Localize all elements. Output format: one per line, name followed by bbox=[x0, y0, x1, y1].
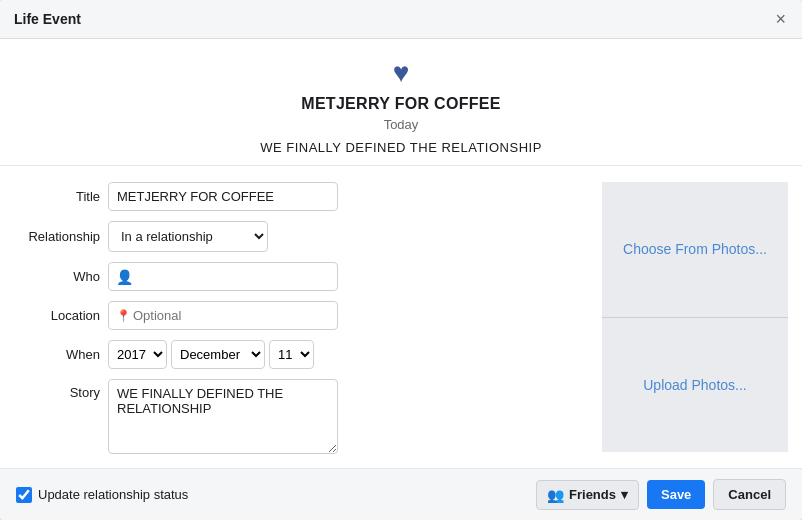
relationship-label: Relationship bbox=[20, 229, 100, 244]
location-row: Location 📍 bbox=[20, 301, 582, 330]
preview-story: WE FINALLY DEFINED THE RELATIONSHIP bbox=[20, 140, 782, 155]
dialog-header: Life Event × bbox=[0, 0, 802, 39]
dialog-body: Title Relationship In a relationship Eng… bbox=[0, 166, 802, 468]
relationship-select[interactable]: In a relationship Engaged Married In a c… bbox=[108, 221, 268, 252]
cancel-button[interactable]: Cancel bbox=[713, 479, 786, 510]
footer-right: 👥 Friends ▾ Save Cancel bbox=[536, 479, 786, 510]
story-textarea[interactable]: WE FINALLY DEFINED THE RELATIONSHIP bbox=[108, 379, 338, 454]
story-label: Story bbox=[20, 385, 100, 400]
update-status-wrap: Update relationship status bbox=[16, 487, 188, 503]
when-group: 2017 2016 2018 January February March Ap… bbox=[108, 340, 314, 369]
pin-icon: 📍 bbox=[116, 309, 131, 323]
who-row: Who 👤 bbox=[20, 262, 582, 291]
location-input-wrap: 📍 bbox=[108, 301, 338, 330]
title-input[interactable] bbox=[108, 182, 338, 211]
when-row: When 2017 2016 2018 January February Mar… bbox=[20, 340, 582, 369]
footer-left: Update relationship status bbox=[16, 487, 188, 503]
title-row: Title bbox=[20, 182, 582, 211]
chevron-down-icon: ▾ bbox=[621, 487, 628, 502]
preview-date: Today bbox=[20, 117, 782, 132]
choose-photos-button[interactable]: Choose From Photos... bbox=[602, 182, 788, 318]
person-icon: 👤 bbox=[116, 269, 133, 285]
heart-icon: ♥ bbox=[20, 57, 782, 89]
save-button[interactable]: Save bbox=[647, 480, 705, 509]
day-select[interactable]: 11 bbox=[269, 340, 314, 369]
year-select[interactable]: 2017 2016 2018 bbox=[108, 340, 167, 369]
upload-photos-button[interactable]: Upload Photos... bbox=[602, 318, 788, 453]
close-button[interactable]: × bbox=[773, 10, 788, 28]
month-select[interactable]: January February March April May June Ju… bbox=[171, 340, 265, 369]
who-input[interactable] bbox=[108, 262, 338, 291]
update-status-checkbox[interactable] bbox=[16, 487, 32, 503]
story-row: Story WE FINALLY DEFINED THE RELATIONSHI… bbox=[20, 379, 582, 454]
friends-icon: 👥 bbox=[547, 487, 564, 503]
title-label: Title bbox=[20, 189, 100, 204]
event-preview: ♥ METJERRY FOR COFFEE Today WE FINALLY D… bbox=[0, 39, 802, 166]
friends-label: Friends bbox=[569, 487, 616, 502]
form-section: Title Relationship In a relationship Eng… bbox=[0, 166, 602, 468]
update-status-label: Update relationship status bbox=[38, 487, 188, 502]
photo-section: Choose From Photos... Upload Photos... bbox=[602, 166, 802, 468]
when-label: When bbox=[20, 347, 100, 362]
location-label: Location bbox=[20, 308, 100, 323]
relationship-row: Relationship In a relationship Engaged M… bbox=[20, 221, 582, 252]
who-input-wrap: 👤 bbox=[108, 262, 338, 291]
life-event-dialog: Life Event × ♥ METJERRY FOR COFFEE Today… bbox=[0, 0, 802, 520]
dialog-footer: Update relationship status 👥 Friends ▾ S… bbox=[0, 468, 802, 520]
dialog-title: Life Event bbox=[14, 11, 81, 27]
preview-event-title: METJERRY FOR COFFEE bbox=[20, 95, 782, 113]
who-label: Who bbox=[20, 269, 100, 284]
location-input[interactable] bbox=[108, 301, 338, 330]
friends-button[interactable]: 👥 Friends ▾ bbox=[536, 480, 639, 510]
